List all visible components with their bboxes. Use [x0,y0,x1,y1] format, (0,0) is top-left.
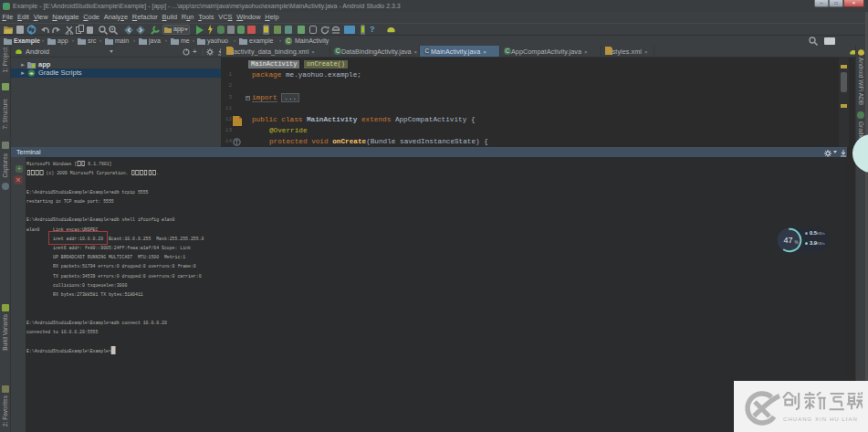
svg-text:C: C [506,47,510,54]
svg-text:C: C [336,47,340,54]
svg-text:%: % [795,240,799,245]
svg-text:C: C [425,47,430,54]
svg-text:47: 47 [783,236,792,245]
svg-text:C: C [287,37,291,44]
